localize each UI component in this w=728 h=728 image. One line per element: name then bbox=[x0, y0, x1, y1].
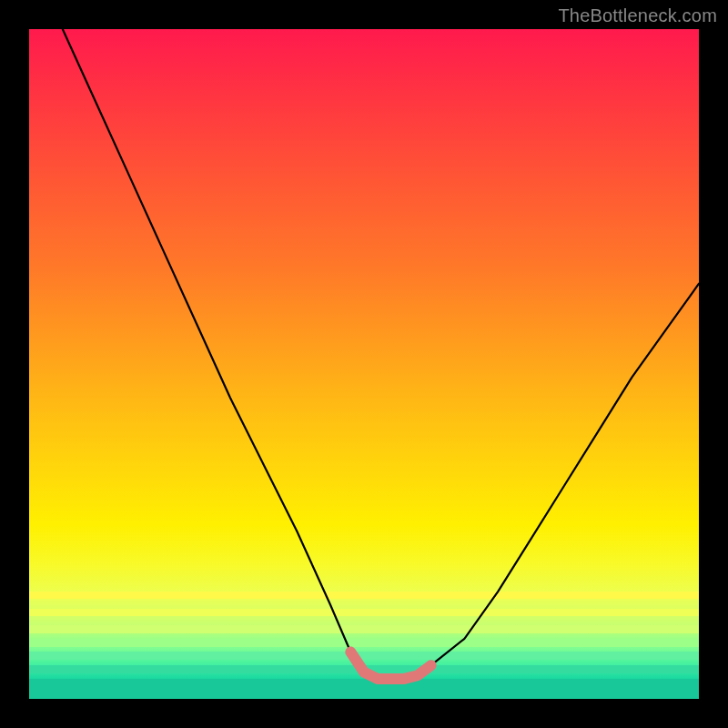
curve-layer bbox=[29, 29, 699, 699]
bottleneck-curve bbox=[63, 29, 699, 679]
chart-frame: TheBottleneck.com bbox=[0, 0, 728, 728]
optimal-zone-highlight bbox=[350, 652, 430, 679]
plot-area bbox=[29, 29, 699, 699]
watermark-text: TheBottleneck.com bbox=[558, 5, 717, 26]
